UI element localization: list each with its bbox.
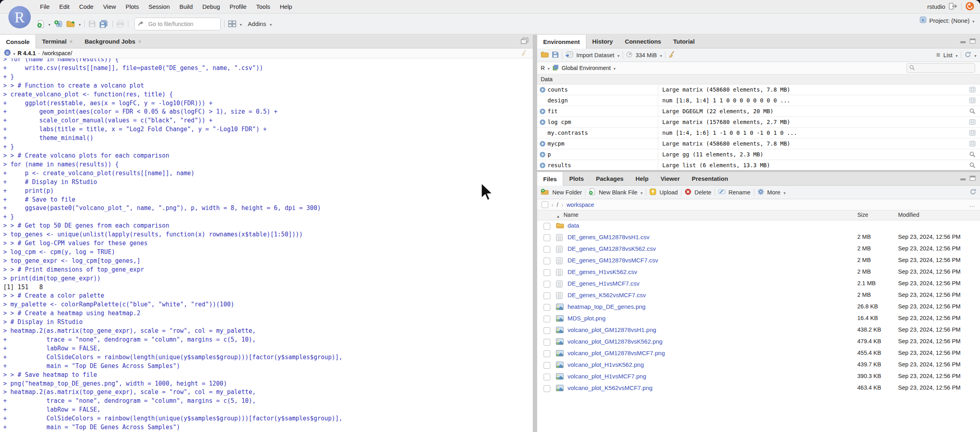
file-checkbox[interactable]	[544, 234, 550, 241]
environment-object-row[interactable]: designnum [1:8, 1:4] 1 1 0 0 0 0 0 0 0 0…	[537, 95, 980, 106]
file-name-link[interactable]: DE_genes_H1vsMCF7.csv	[568, 280, 639, 287]
file-checkbox[interactable]	[544, 374, 550, 380]
panes-layout-button[interactable]	[228, 20, 236, 27]
new-file-dropdown-caret-icon[interactable]	[48, 20, 50, 27]
environment-object-row[interactable]: resultsLarge list (6 elements, 13.3 MB)	[537, 160, 980, 170]
menu-item-build[interactable]: Build	[179, 3, 193, 10]
tab-console[interactable]: Console	[0, 35, 36, 48]
save-all-button[interactable]	[100, 20, 109, 28]
file-checkbox[interactable]	[544, 281, 550, 288]
sign-out-icon[interactable]	[949, 3, 958, 11]
file-name-link[interactable]: volcano_plot_GM12878vsMCF7.png	[568, 350, 665, 356]
file-name-link[interactable]: DE_genes_H1vsK562.csv	[568, 268, 637, 275]
environment-caret-icon[interactable]	[613, 65, 615, 71]
menu-item-view[interactable]: View	[103, 3, 116, 10]
file-checkbox[interactable]	[544, 246, 550, 253]
tab-packages[interactable]: Packages	[590, 172, 629, 185]
view-table-icon[interactable]	[965, 97, 980, 104]
column-header-size[interactable]: Size	[857, 212, 868, 218]
menu-item-code[interactable]: Code	[79, 3, 94, 10]
clear-objects-icon[interactable]	[669, 51, 675, 59]
minimize-pane-icon[interactable]	[960, 175, 966, 182]
inspect-object-icon[interactable]	[965, 108, 980, 114]
console-output-area[interactable]: > for (name in names(results)) {+ write.…	[0, 58, 533, 432]
r-version-caret-icon[interactable]	[13, 50, 15, 56]
file-checkbox[interactable]	[544, 269, 550, 276]
maximize-pane-icon[interactable]	[970, 175, 976, 182]
new-folder-button[interactable]: New Folder	[552, 189, 582, 196]
environment-object-row[interactable]: mycpmLarge matrix (458680 elements, 7.8 …	[537, 138, 980, 149]
file-name-link[interactable]: MDS_plot.png	[568, 315, 606, 322]
tab-help[interactable]: Help	[629, 172, 655, 185]
inspect-object-icon[interactable]	[965, 151, 980, 158]
expand-object-icon[interactable]	[537, 87, 548, 93]
view-mode-button[interactable]: List	[943, 52, 952, 58]
tab-plots[interactable]: Plots	[563, 172, 590, 185]
file-row[interactable]: MDS_plot.png16.4 KBSep 23, 2024, 12:56 P…	[537, 313, 980, 325]
file-name-link[interactable]: volcano_plot_H1vsK562.png	[568, 361, 644, 368]
environment-search-input[interactable]	[917, 65, 966, 72]
select-all-checkbox[interactable]	[542, 201, 548, 208]
expand-object-icon[interactable]	[537, 108, 548, 114]
file-row[interactable]: volcano_plot_GM12878vsMCF7.png455.4 KBSe…	[537, 348, 980, 360]
file-row[interactable]: DE_genes_H1vsMCF7.csv2.1 MBSep 23, 2024,…	[537, 278, 980, 290]
import-dataset-caret-icon[interactable]	[617, 52, 619, 58]
environment-object-row[interactable]: countsLarge matrix (458680 elements, 7.8…	[537, 84, 980, 95]
file-name-link[interactable]: DE_genes_K562vsMCF7.csv	[568, 292, 646, 298]
expand-object-icon[interactable]	[537, 119, 548, 125]
expand-object-icon[interactable]	[537, 152, 548, 158]
language-caret-icon[interactable]	[548, 65, 550, 71]
menu-item-plots[interactable]: Plots	[125, 3, 139, 10]
upload-button[interactable]: Upload	[659, 189, 678, 196]
file-row[interactable]: volcano_plot_GM12878vsK562.png479.4 KBSe…	[537, 336, 980, 348]
file-checkbox[interactable]	[544, 223, 550, 230]
menu-item-tools[interactable]: Tools	[256, 3, 270, 10]
goto-file-input[interactable]	[147, 20, 205, 28]
file-row[interactable]: data	[537, 220, 980, 232]
file-checkbox[interactable]	[544, 304, 550, 311]
path-more-button[interactable]	[969, 201, 975, 208]
file-checkbox[interactable]	[544, 385, 550, 392]
file-row[interactable]: DE_genes_K562vsMCF7.csv2 MBSep 23, 2024,…	[537, 290, 980, 302]
path-directory[interactable]: workspace	[566, 202, 594, 208]
menu-item-edit[interactable]: Edit	[59, 3, 70, 10]
save-workspace-icon[interactable]	[552, 51, 559, 59]
tab-connections[interactable]: Connections	[619, 35, 667, 48]
tab-viewer[interactable]: Viewer	[655, 172, 686, 185]
environment-object-row[interactable]: fitLarge DGEGLM (22 elements, 20 MB)	[537, 106, 980, 117]
view-mode-caret-icon[interactable]	[956, 52, 958, 58]
minimize-pane-icon[interactable]	[960, 38, 966, 45]
new-file-button[interactable]	[37, 20, 45, 28]
menu-item-debug[interactable]: Debug	[202, 3, 220, 10]
tab-tutorial[interactable]: Tutorial	[667, 35, 701, 48]
file-checkbox[interactable]	[544, 327, 550, 334]
file-row[interactable]: DE_genes_GM12878vsMCF7.csv2 MBSep 23, 20…	[537, 255, 980, 267]
file-name-link[interactable]: volcano_plot_GM12878vsK562.png	[568, 338, 663, 345]
file-row[interactable]: volcano_plot_H1vsK562.png439.7 KBSep 23,…	[537, 360, 980, 371]
inspect-object-icon[interactable]	[965, 162, 980, 168]
addins-caret-icon[interactable]	[270, 20, 272, 27]
delete-button[interactable]: Delete	[695, 189, 711, 196]
file-name-link[interactable]: heatmap_top_DE_genes.png	[568, 303, 645, 310]
file-name-link[interactable]: DE_genes_GM12878vsH1.csv	[568, 234, 649, 240]
menu-item-file[interactable]: File	[40, 3, 50, 10]
maximize-pane-icon[interactable]	[521, 38, 529, 46]
tab-environment[interactable]: Environment	[537, 35, 586, 48]
file-checkbox[interactable]	[544, 258, 550, 264]
view-table-icon[interactable]	[965, 119, 980, 125]
save-button[interactable]	[88, 20, 96, 28]
clear-console-icon[interactable]	[521, 50, 527, 57]
path-root[interactable]: /	[557, 202, 558, 208]
tab-terminal[interactable]: Terminal	[36, 35, 79, 48]
view-table-icon[interactable]	[965, 86, 980, 93]
tab-history[interactable]: History	[586, 35, 619, 48]
open-file-dropdown-caret-icon[interactable]	[79, 20, 81, 27]
environment-object-row[interactable]: log_cpmLarge matrix (157680 elements, 2.…	[537, 117, 980, 128]
file-checkbox[interactable]	[544, 339, 550, 346]
file-row[interactable]: volcano_plot_GM12878vsH1.png438.2 KBSep …	[537, 325, 980, 336]
close-tab-icon[interactable]	[70, 38, 73, 45]
addins-button[interactable]: Addins	[248, 20, 266, 27]
environment-search-box[interactable]	[906, 63, 975, 73]
r-version-icon[interactable]: R	[4, 49, 11, 57]
expand-object-icon[interactable]	[537, 162, 548, 168]
